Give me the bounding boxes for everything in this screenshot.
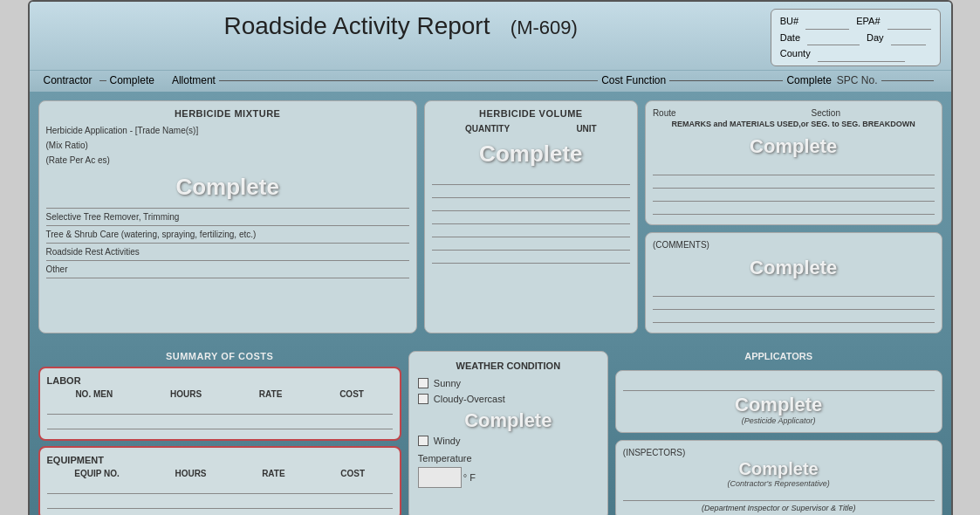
equipment-header: EQUIPMENT (47, 455, 393, 465)
labor-box: LABOR NO. MEN HOURS RATE COST (38, 367, 401, 441)
labor-columns: NO. MEN HOURS RATE COST (47, 389, 393, 399)
hm-app-label: Herbicide Application - [Trade Name(s)] (46, 124, 409, 137)
applicators-title: APPLICATORS (615, 351, 942, 361)
herbicide-volume-box: HERBICIDE VOLUME QUANTITY UNIT Complete (424, 100, 638, 333)
weather-sunny: Sunny (418, 378, 599, 388)
temperature-section: Temperature ° F (418, 453, 599, 490)
temperature-input[interactable] (418, 467, 462, 488)
weather-windy: Windy (418, 436, 599, 446)
weather-box: WEATHER CONDITION Sunny Cloudy-Overcast … (408, 351, 608, 515)
summary-costs-title: SUMMARY OF COSTS (38, 351, 401, 361)
sunny-checkbox[interactable] (418, 378, 428, 388)
equipment-box: EQUIPMENT EQUIP NO. HOURS RATE COST (38, 446, 401, 515)
inspectors-box: (INSPECTORS) Complete (Contractor's Repr… (615, 440, 942, 515)
applicators-col: APPLICATORS Complete (Pesticide Applicat… (615, 351, 942, 515)
equipment-columns: EQUIP NO. HOURS RATE COST (47, 469, 393, 478)
weather-complete: Complete (418, 409, 599, 432)
weather-cloudy: Cloudy-Overcast (418, 394, 599, 404)
herbicide-volume-complete: Complete (432, 141, 630, 168)
herbicide-volume-title: HERBICIDE VOLUME (432, 108, 630, 119)
weather-col: WEATHER CONDITION Sunny Cloudy-Overcast … (408, 351, 608, 515)
middle-section: HERBICIDE MIXTURE Herbicide Application … (30, 92, 951, 342)
herbicide-mixture-complete: Complete (46, 174, 409, 201)
pesticide-label: (Pesticide Applicator) (623, 416, 935, 425)
applicators-complete: Complete (623, 394, 935, 416)
herbicide-mixture-title: HERBICIDE MIXTURE (46, 108, 409, 119)
contractor-rep-label: (Contractor's Representative) (623, 479, 935, 488)
header-info-box: BU# EPA# Date Day County (771, 9, 941, 66)
summary-costs-col: SUMMARY OF COSTS LABOR NO. MEN HOURS RAT… (38, 351, 401, 515)
remarks-right-col: Route Section REMARKS and MATERIALS USED… (645, 100, 942, 333)
comments-complete: Complete (653, 257, 935, 279)
herbicide-mixture-box: HERBICIDE MIXTURE Herbicide Application … (38, 100, 417, 333)
inspectors-label: (INSPECTORS) (623, 448, 935, 457)
windy-checkbox[interactable] (418, 436, 428, 446)
bottom-section: SUMMARY OF COSTS LABOR NO. MEN HOURS RAT… (30, 342, 951, 515)
weather-title: WEATHER CONDITION (418, 360, 599, 371)
contractor-row: Contractor Complete Allotment Cost Funct… (30, 70, 951, 92)
cloudy-checkbox[interactable] (418, 394, 428, 404)
pesticide-applicator-box: Complete (Pesticide Applicator) (615, 370, 942, 433)
inspectors-complete: Complete (623, 459, 935, 479)
page-title: Roadside Activity Report (M-609) (40, 9, 762, 40)
header-section: Roadside Activity Report (M-609) BU# EPA… (30, 2, 951, 70)
labor-header: LABOR (47, 375, 393, 386)
page-wrapper: Roadside Activity Report (M-609) BU# EPA… (28, 0, 953, 515)
dept-inspector-label: (Department Inspector or Supervisor & Ti… (623, 504, 935, 512)
comments-box: (COMMENTS) Complete (645, 232, 942, 333)
remarks-box: Route Section REMARKS and MATERIALS USED… (645, 100, 942, 225)
remarks-complete: Complete (653, 135, 935, 158)
